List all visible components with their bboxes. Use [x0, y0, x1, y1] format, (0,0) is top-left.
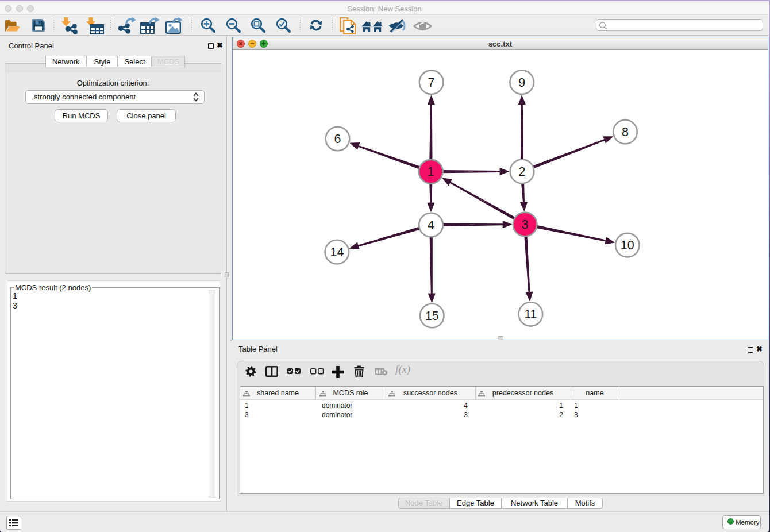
svg-text:3: 3 [522, 218, 529, 232]
svg-text:6: 6 [334, 132, 341, 146]
svg-text:15: 15 [425, 309, 439, 323]
svg-text:1: 1 [428, 165, 434, 179]
svg-text:4: 4 [428, 218, 434, 232]
svg-text:11: 11 [524, 307, 537, 321]
svg-text:7: 7 [428, 76, 435, 90]
svg-text:8: 8 [622, 125, 629, 139]
svg-text:9: 9 [518, 76, 525, 90]
svg-text:2: 2 [519, 165, 526, 179]
svg-text:10: 10 [621, 238, 634, 252]
svg-text:14: 14 [330, 245, 344, 259]
